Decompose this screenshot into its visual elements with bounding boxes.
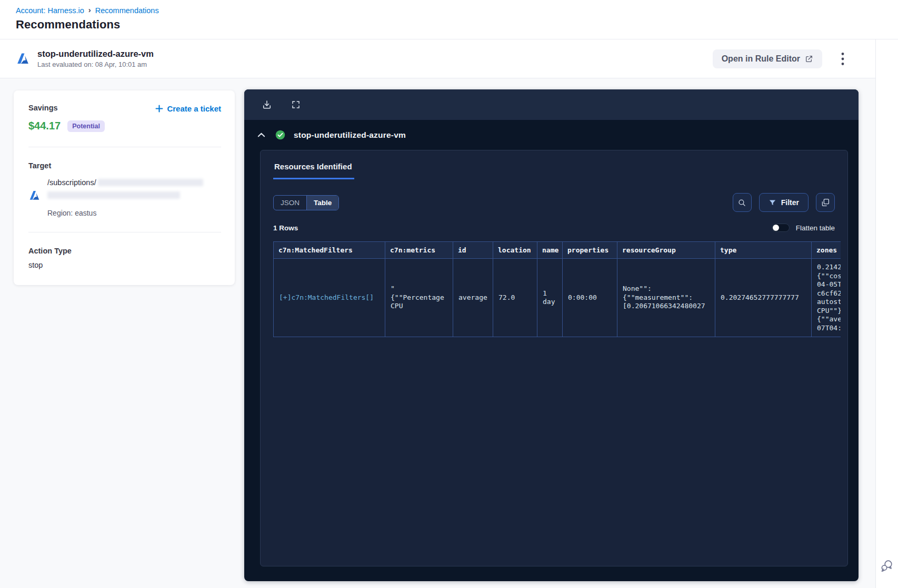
table-header-row: c7n:MatchedFilters c7n:metrics id locati… (274, 242, 841, 259)
rule-last-evaluated: Last evaluated on: 08 Apr, 10:01 am (37, 60, 154, 68)
view-table-button[interactable]: Table (307, 196, 338, 210)
copy-icon[interactable] (816, 193, 835, 212)
column-header: type (715, 242, 812, 259)
cell-id: average (453, 259, 493, 337)
column-header: c7n:MatchedFilters (274, 242, 385, 259)
action-type-value: stop (28, 261, 221, 269)
redacted-subscription-id (98, 179, 203, 186)
rule-result-row: stop-underutilized-azure-vm (244, 120, 859, 150)
cell-properties: 0:00:00 (563, 259, 617, 337)
view-json-button[interactable]: JSON (274, 196, 307, 210)
column-header: c7n:metrics (385, 242, 453, 259)
panel-toolbar (244, 89, 859, 120)
target-resource: /subscriptions/ Region: eastus (28, 178, 221, 217)
open-rule-editor-label: Open in Rule Editor (722, 54, 800, 64)
azure-icon (16, 52, 30, 66)
target-region: Region: eastus (47, 209, 221, 217)
target-path-text: /subscriptions/ (47, 178, 96, 187)
divider (28, 232, 221, 232)
create-ticket-label: Create a ticket (167, 104, 221, 113)
flatten-table-toggle[interactable] (772, 224, 790, 232)
view-mode-toggle: JSON Table (273, 195, 339, 210)
cell-metrics: " {""Percentage CPU (385, 259, 453, 337)
open-rule-editor-button[interactable]: Open in Rule Editor (713, 49, 822, 68)
evaluation-results-panel: stop-underutilized-azure-vm Resources Id… (244, 89, 859, 581)
savings-amount: $44.17 (28, 120, 61, 132)
chat-bubble-icon[interactable] (880, 559, 894, 574)
breadcrumb-recommendations-link[interactable]: Recommendations (95, 6, 159, 15)
column-header: properties (563, 242, 617, 259)
breadcrumb-account-link[interactable]: Account: Harness.io (16, 6, 84, 15)
resources-table-container: c7n:MatchedFilters c7n:metrics id locati… (273, 241, 841, 337)
filter-label: Filter (781, 198, 799, 207)
divider (28, 147, 221, 147)
tab-resources-identified[interactable]: Resources Identified (273, 162, 354, 179)
panel-rule-title: stop-underutilized-azure-vm (294, 130, 406, 140)
more-vertical-icon[interactable] (838, 49, 847, 69)
create-ticket-button[interactable]: Create a ticket (155, 104, 221, 113)
breadcrumb: Account: Harness.io › Recommendations (16, 6, 898, 15)
external-link-icon (805, 55, 813, 63)
column-header: name (537, 242, 563, 259)
chevron-up-icon[interactable] (257, 132, 265, 138)
savings-label: Savings (28, 104, 58, 112)
cell-name: 1 day (537, 259, 563, 337)
plus-icon (155, 105, 163, 113)
cell-zones: 0.21423 {""cost 04-05T0 c6cf625 autosto … (812, 259, 841, 337)
check-circle-icon (275, 130, 285, 140)
savings-card: Savings Create a ticket $44.17 Potential… (14, 90, 235, 285)
fullscreen-icon[interactable] (291, 100, 301, 109)
table-row: [+]c7n:MatchedFilters[] " {""Percentage … (274, 259, 841, 337)
cell-location: 72.0 (493, 259, 537, 337)
content-area: Savings Create a ticket $44.17 Potential… (0, 78, 898, 588)
flatten-table-label: Flatten table (796, 224, 835, 232)
download-icon[interactable] (262, 99, 272, 110)
rule-name: stop-underutilized-azure-vm (37, 49, 154, 59)
matched-filters-expand-link[interactable]: [+]c7n:MatchedFilters[] (274, 259, 385, 337)
rule-identity: stop-underutilized-azure-vm Last evaluat… (16, 49, 154, 68)
breadcrumb-separator-icon: › (88, 5, 91, 14)
potential-badge: Potential (67, 120, 105, 132)
rule-header: stop-underutilized-azure-vm Last evaluat… (0, 39, 898, 78)
filter-button[interactable]: Filter (759, 193, 809, 212)
filter-icon (769, 199, 776, 207)
resources-card: Resources Identified JSON Table (260, 150, 848, 566)
cell-resource-group: None"": {""measurement"": [0.20671066342… (617, 259, 715, 337)
target-label: Target (28, 161, 221, 170)
column-header: id (453, 242, 493, 259)
right-gutter (875, 39, 898, 588)
resources-table: c7n:MatchedFilters c7n:metrics id locati… (273, 241, 841, 337)
azure-icon (28, 189, 41, 201)
redacted-resource-path (47, 191, 180, 199)
page-title: Recommendations (16, 18, 898, 32)
top-bar: Account: Harness.io › Recommendations Re… (0, 0, 898, 39)
cell-type: 0.20274652777777777 (715, 259, 812, 337)
action-type-label: Action Type (28, 247, 221, 255)
search-icon[interactable] (733, 193, 752, 212)
column-header: resourceGroup (617, 242, 715, 259)
toggle-knob (773, 225, 779, 231)
column-header: location (493, 242, 537, 259)
column-header: zones (812, 242, 841, 259)
rows-count: 1 Rows (273, 224, 298, 232)
